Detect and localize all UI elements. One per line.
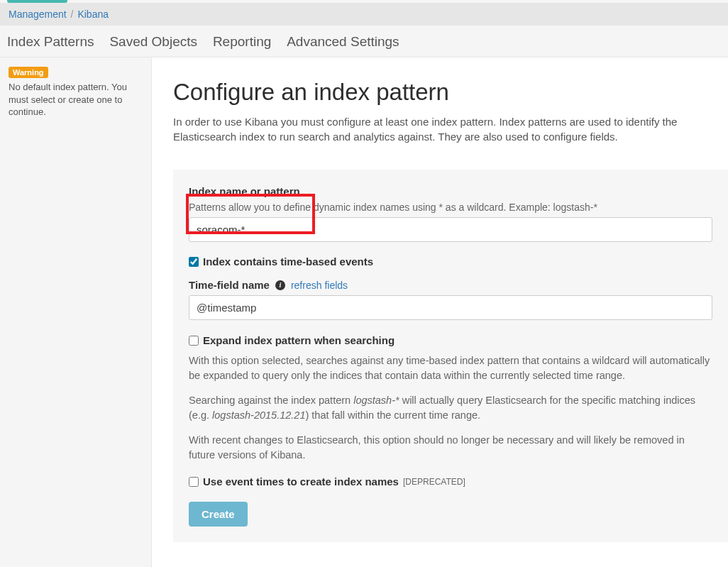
expand-desc-1: With this option selected, searches agai… [189, 353, 712, 383]
index-name-label: Index name or pattern [189, 185, 712, 197]
top-accent [0, 0, 728, 3]
expand-desc-2: Searching against the index pattern logs… [189, 393, 712, 423]
content: Configure an index pattern In order to u… [152, 57, 728, 567]
breadcrumb-root[interactable]: Management [9, 9, 67, 20]
page-title: Configure an index pattern [173, 79, 728, 106]
sidebar: Warning No default index pattern. You mu… [0, 57, 152, 567]
tab-saved-objects[interactable]: Saved Objects [109, 26, 204, 57]
warning-text: No default index pattern. You must selec… [9, 81, 143, 119]
event-times-checkbox[interactable] [189, 477, 199, 487]
expand-checkbox[interactable] [189, 336, 199, 346]
create-button[interactable]: Create [189, 502, 248, 527]
refresh-fields-link[interactable]: refresh fields [291, 280, 348, 291]
tab-bar: Index Patterns Saved Objects Reporting A… [0, 26, 728, 57]
time-based-checkbox[interactable] [189, 257, 199, 267]
expand-desc-3: With recent changes to Elasticsearch, th… [189, 433, 712, 463]
time-field-select[interactable]: @timestamp [189, 295, 712, 320]
tab-reporting[interactable]: Reporting [213, 26, 278, 57]
form-panel: Index name or pattern Patterns allow you… [173, 170, 728, 542]
breadcrumb: Management / Kibana [0, 3, 728, 26]
tab-advanced-settings[interactable]: Advanced Settings [287, 26, 406, 57]
event-times-label: Use event times to create index names [203, 475, 399, 488]
info-icon[interactable]: i [275, 280, 285, 290]
time-field-label: Time-field name [189, 279, 270, 291]
page-intro: In order to use Kibana you must configur… [173, 114, 728, 144]
index-name-help: Patterns allow you to define dynamic ind… [189, 202, 712, 213]
breadcrumb-sep: / [71, 9, 74, 20]
tab-index-patterns[interactable]: Index Patterns [7, 26, 101, 57]
expand-label: Expand index pattern when searching [203, 334, 395, 346]
warning-badge: Warning [9, 67, 48, 78]
time-based-label: Index contains time-based events [203, 255, 373, 268]
breadcrumb-current[interactable]: Kibana [77, 9, 109, 20]
index-name-input[interactable] [189, 217, 712, 242]
deprecated-tag: [DEPRECATED] [403, 477, 465, 487]
